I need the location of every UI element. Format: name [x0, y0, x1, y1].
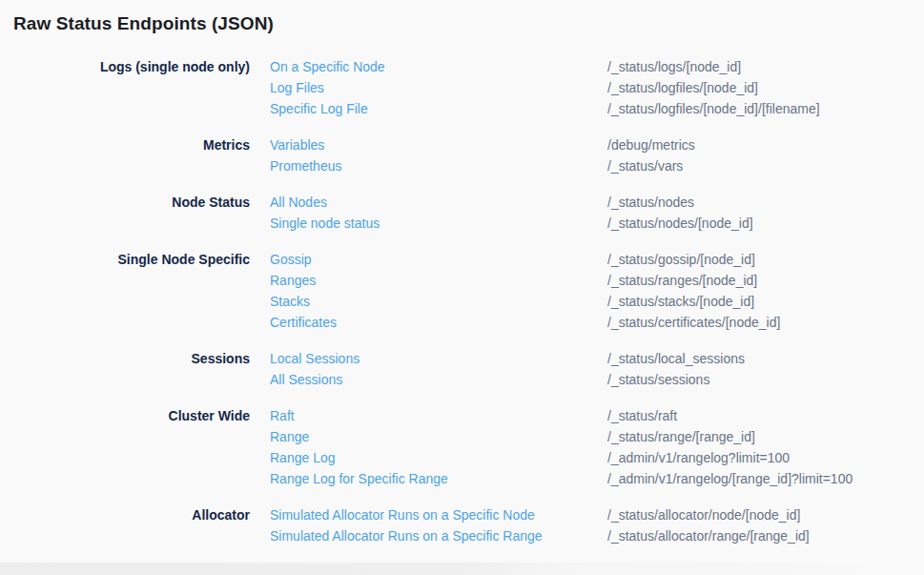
group-label: Cluster Wide — [13, 405, 250, 426]
endpoint-path: /_status/certificates/[node_id] — [607, 312, 780, 333]
endpoint-row: Log Files /_status/logfiles/[node_id] — [270, 77, 911, 98]
endpoint-link-all-nodes[interactable]: All Nodes — [270, 192, 607, 213]
endpoint-path: /_admin/v1/rangelog/[range_id]?limit=100 — [607, 468, 852, 489]
endpoint-path: /_status/allocator/range/[range_id] — [607, 525, 810, 546]
endpoint-path: /_status/allocator/node/[node_id] — [607, 504, 800, 525]
bottom-panel-edge — [0, 563, 924, 575]
endpoint-groups: Logs (single node only) On a Specific No… — [13, 56, 911, 546]
group-label: Node Status — [13, 192, 250, 213]
endpoint-row: All Nodes /_status/nodes — [270, 192, 911, 213]
endpoint-path: /_status/ranges/[node_id] — [607, 270, 757, 291]
endpoint-link-single-node-status[interactable]: Single node status — [270, 213, 607, 234]
endpoint-row: Simulated Allocator Runs on a Specific N… — [270, 504, 911, 525]
endpoint-path: /_status/vars — [607, 155, 683, 176]
endpoint-row: Simulated Allocator Runs on a Specific R… — [270, 525, 911, 546]
endpoint-path: /_admin/v1/rangelog?limit=100 — [607, 447, 790, 468]
endpoint-link-local-sessions[interactable]: Local Sessions — [270, 348, 607, 369]
endpoint-path: /_status/raft — [607, 405, 677, 426]
endpoint-row: Local Sessions /_status/local_sessions — [270, 348, 911, 369]
endpoint-row: Specific Log File /_status/logfiles/[nod… — [270, 98, 911, 119]
endpoint-row: Range Log for Specific Range /_admin/v1/… — [270, 468, 911, 489]
endpoint-group-logs: Logs (single node only) On a Specific No… — [13, 56, 911, 119]
endpoint-group-sessions: Sessions Local Sessions /_status/local_s… — [13, 348, 911, 390]
endpoint-link-on-a-specific-node[interactable]: On a Specific Node — [270, 56, 607, 77]
endpoint-row: Ranges /_status/ranges/[node_id] — [270, 270, 911, 291]
endpoint-row: Gossip /_status/gossip/[node_id] — [270, 249, 911, 270]
endpoint-link-all-sessions[interactable]: All Sessions — [270, 369, 607, 390]
endpoint-link-variables[interactable]: Variables — [270, 134, 607, 155]
endpoint-path: /_status/nodes/[node_id] — [607, 213, 753, 234]
page-title: Raw Status Endpoints (JSON) — [13, 12, 911, 35]
endpoint-group-single-node-specific: Single Node Specific Gossip /_status/gos… — [13, 249, 911, 333]
endpoint-row: Range Log /_admin/v1/rangelog?limit=100 — [270, 447, 911, 468]
endpoint-link-stacks[interactable]: Stacks — [270, 291, 607, 312]
endpoint-path: /_status/nodes — [607, 192, 694, 213]
endpoint-link-ranges[interactable]: Ranges — [270, 270, 607, 291]
group-label: Allocator — [13, 504, 250, 525]
endpoint-path: /_status/stacks/[node_id] — [607, 291, 754, 312]
endpoint-link-simulated-allocator-node[interactable]: Simulated Allocator Runs on a Specific N… — [270, 504, 607, 525]
endpoint-link-range-log[interactable]: Range Log — [270, 447, 607, 468]
endpoint-link-specific-log-file[interactable]: Specific Log File — [270, 98, 607, 119]
endpoint-link-simulated-allocator-range[interactable]: Simulated Allocator Runs on a Specific R… — [270, 525, 607, 546]
endpoint-link-range[interactable]: Range — [270, 426, 607, 447]
endpoint-row: Single node status /_status/nodes/[node_… — [270, 213, 911, 234]
endpoint-row: Variables /debug/metrics — [270, 134, 911, 155]
endpoint-link-log-files[interactable]: Log Files — [270, 77, 607, 98]
endpoint-row: All Sessions /_status/sessions — [270, 369, 911, 390]
endpoint-row: Range /_status/range/[range_id] — [270, 426, 911, 447]
group-label: Logs (single node only) — [13, 56, 250, 77]
endpoint-path: /_status/logfiles/[node_id] — [607, 77, 758, 98]
endpoint-link-certificates[interactable]: Certificates — [270, 312, 607, 333]
endpoint-link-raft[interactable]: Raft — [270, 405, 607, 426]
group-label: Single Node Specific — [13, 249, 250, 270]
endpoint-path: /_status/local_sessions — [607, 348, 745, 369]
endpoint-link-gossip[interactable]: Gossip — [270, 249, 607, 270]
endpoint-row: Certificates /_status/certificates/[node… — [270, 312, 911, 333]
endpoint-row: Raft /_status/raft — [270, 405, 911, 426]
endpoint-row: Stacks /_status/stacks/[node_id] — [270, 291, 911, 312]
endpoint-path: /_status/gossip/[node_id] — [607, 249, 755, 270]
endpoint-path: /_status/range/[range_id] — [607, 426, 755, 447]
endpoint-path: /_status/sessions — [607, 369, 709, 390]
endpoint-path: /debug/metrics — [607, 134, 695, 155]
endpoint-link-range-log-specific-range[interactable]: Range Log for Specific Range — [270, 468, 607, 489]
endpoint-row: Prometheus /_status/vars — [270, 155, 911, 176]
endpoint-group-cluster-wide: Cluster Wide Raft /_status/raft Range /_… — [13, 405, 911, 489]
endpoint-path: /_status/logs/[node_id] — [607, 56, 741, 77]
endpoint-row: On a Specific Node /_status/logs/[node_i… — [270, 56, 911, 77]
endpoint-link-prometheus[interactable]: Prometheus — [270, 155, 607, 176]
endpoint-group-metrics: Metrics Variables /debug/metrics Prometh… — [13, 134, 911, 176]
endpoint-group-node-status: Node Status All Nodes /_status/nodes Sin… — [13, 192, 911, 234]
raw-status-endpoints-page: Raw Status Endpoints (JSON) Logs (single… — [0, 0, 924, 546]
group-label: Metrics — [13, 134, 250, 155]
endpoint-group-allocator: Allocator Simulated Allocator Runs on a … — [13, 504, 911, 546]
endpoint-path: /_status/logfiles/[node_id]/[filename] — [607, 98, 820, 119]
group-label: Sessions — [13, 348, 250, 369]
